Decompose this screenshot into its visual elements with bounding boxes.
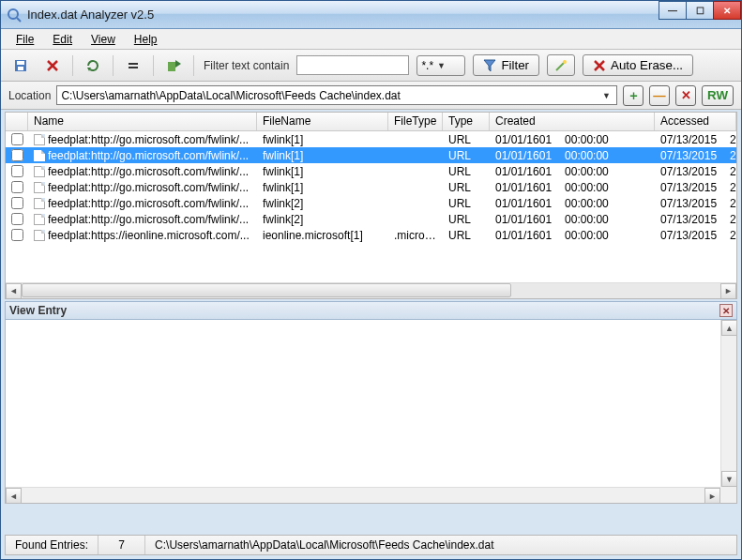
- scroll-left-icon[interactable]: ◄: [6, 283, 22, 299]
- clear-location-button[interactable]: ✕: [675, 85, 696, 106]
- row-checkbox[interactable]: [11, 213, 23, 225]
- scroll-right-icon[interactable]: ►: [720, 283, 736, 299]
- menu-help[interactable]: Help: [125, 31, 167, 48]
- auto-erase-button[interactable]: Auto Erase...: [583, 54, 693, 76]
- table-row[interactable]: feedplat:http://go.microsoft.com/fwlink/…: [6, 179, 736, 195]
- scroll-thumb[interactable]: [22, 283, 511, 297]
- column-filetype[interactable]: FileType: [388, 113, 443, 130]
- scroll-down-icon[interactable]: ▼: [721, 471, 737, 487]
- filter-label: Filter text contain: [204, 59, 289, 72]
- cell-type: URL: [443, 133, 490, 146]
- table-row[interactable]: feedplat:http://go.microsoft.com/fwlink/…: [6, 195, 736, 211]
- cell-type: URL: [443, 213, 490, 226]
- cell-filename: fwlink[2]: [257, 213, 388, 226]
- save-button[interactable]: [8, 54, 33, 77]
- svg-line-1: [17, 18, 21, 22]
- cell-created: 01/01/160100:00:00: [490, 149, 655, 162]
- scroll-up-icon[interactable]: ▲: [721, 320, 737, 336]
- row-checkbox[interactable]: [11, 229, 23, 241]
- row-checkbox-cell: [6, 197, 28, 209]
- horizontal-scrollbar[interactable]: ◄ ►: [6, 282, 736, 298]
- svg-point-0: [8, 9, 18, 19]
- rw-button[interactable]: RW: [702, 85, 734, 106]
- status-found-label: Found Entries:: [6, 536, 98, 554]
- file-icon: [34, 166, 45, 177]
- table-row[interactable]: feedplat:http://go.microsoft.com/fwlink/…: [6, 211, 736, 227]
- cell-created: 01/01/160100:00:00: [490, 229, 655, 242]
- close-button[interactable]: ✕: [713, 1, 741, 20]
- table-row[interactable]: feedplat:http://go.microsoft.com/fwlink/…: [6, 163, 736, 179]
- separator: [193, 55, 194, 76]
- table-header: Name FileName FileType Type Created Acce…: [6, 113, 736, 131]
- table-row[interactable]: feedplat:http://go.microsoft.com/fwlink/…: [6, 131, 736, 147]
- column-type[interactable]: Type: [443, 113, 490, 130]
- location-combo[interactable]: C:\Users\amarnath\AppData\Local\Microsof…: [56, 85, 617, 105]
- maximize-button[interactable]: ☐: [686, 1, 714, 20]
- row-checkbox[interactable]: [11, 149, 23, 161]
- window-title: Index.dat Analyzer v2.5: [27, 8, 154, 22]
- file-icon: [34, 198, 45, 209]
- view-entry-close-button[interactable]: ✕: [719, 304, 733, 317]
- row-checkbox[interactable]: [11, 181, 23, 193]
- wildcard-value: *.*: [421, 59, 433, 72]
- row-checkbox[interactable]: [11, 133, 23, 145]
- cell-filename: fwlink[1]: [257, 181, 388, 194]
- wand-icon: [553, 58, 568, 73]
- column-accessed[interactable]: Accessed: [655, 113, 736, 130]
- wildcard-combo[interactable]: *.* ▼: [416, 55, 465, 76]
- window-controls: — ☐ ✕: [659, 1, 741, 20]
- filter-button[interactable]: Filter: [473, 54, 539, 76]
- equals-icon: [126, 58, 141, 73]
- cell-name: feedplat:http://go.microsoft.com/fwlink/…: [28, 133, 257, 146]
- titlebar: Index.dat Analyzer v2.5 — ☐ ✕: [1, 1, 741, 29]
- scroll-track[interactable]: [22, 283, 720, 299]
- separator: [153, 55, 154, 76]
- scroll-left-icon[interactable]: ◄: [6, 488, 22, 504]
- row-checkbox-cell: [6, 181, 28, 193]
- minus-icon: —: [653, 88, 665, 102]
- row-checkbox-cell: [6, 213, 28, 225]
- cell-filetype: .micros...: [388, 229, 443, 242]
- view-entry-title: View Entry: [9, 304, 67, 317]
- row-checkbox-cell: [6, 149, 28, 161]
- table-row[interactable]: feedplat:https://ieonline.microsoft.com/…: [6, 227, 736, 243]
- cell-type: URL: [443, 181, 490, 194]
- status-count: 7: [98, 536, 145, 554]
- vertical-scrollbar[interactable]: ▲ ▼: [720, 320, 736, 487]
- location-bar: Location C:\Users\amarnath\AppData\Local…: [1, 82, 741, 110]
- menu-view[interactable]: View: [82, 31, 125, 48]
- row-checkbox[interactable]: [11, 165, 23, 177]
- svg-point-14: [563, 60, 567, 64]
- file-icon: [34, 134, 45, 145]
- remove-location-button[interactable]: —: [649, 85, 670, 106]
- export-button[interactable]: [161, 54, 186, 77]
- menu-file[interactable]: File: [7, 31, 43, 48]
- chevron-down-icon: ▼: [437, 61, 446, 70]
- filter-button-label: Filter: [501, 58, 529, 72]
- svg-rect-4: [18, 67, 23, 70]
- delete-button[interactable]: [40, 54, 65, 77]
- menu-edit[interactable]: Edit: [43, 31, 82, 48]
- table-row[interactable]: feedplat:http://go.microsoft.com/fwlink/…: [6, 147, 736, 163]
- cell-name: feedplat:https://ieonline.microsoft.com/…: [28, 229, 257, 242]
- add-location-button[interactable]: ＋: [623, 85, 644, 106]
- view-entry-body: ▲ ▼ ◄ ►: [5, 320, 737, 504]
- minimize-button[interactable]: —: [659, 1, 687, 20]
- scroll-right-icon[interactable]: ►: [704, 488, 720, 504]
- plus-icon: ＋: [628, 87, 640, 104]
- horizontal-scrollbar[interactable]: ◄ ►: [6, 487, 720, 503]
- checkbox-column-header[interactable]: [6, 113, 28, 130]
- column-created[interactable]: Created: [490, 113, 655, 130]
- equals-button[interactable]: [121, 54, 145, 77]
- refresh-button[interactable]: [81, 54, 105, 77]
- scrollbar-corner: [720, 487, 736, 503]
- column-name[interactable]: Name: [28, 113, 257, 130]
- row-checkbox-cell: [6, 229, 28, 241]
- auto-erase-label: Auto Erase...: [611, 58, 683, 72]
- filter-input[interactable]: [296, 55, 409, 75]
- wand-button[interactable]: [547, 54, 575, 76]
- file-icon: [34, 150, 45, 161]
- column-filename[interactable]: FileName: [257, 113, 388, 130]
- row-checkbox[interactable]: [11, 197, 23, 209]
- location-label: Location: [8, 89, 51, 102]
